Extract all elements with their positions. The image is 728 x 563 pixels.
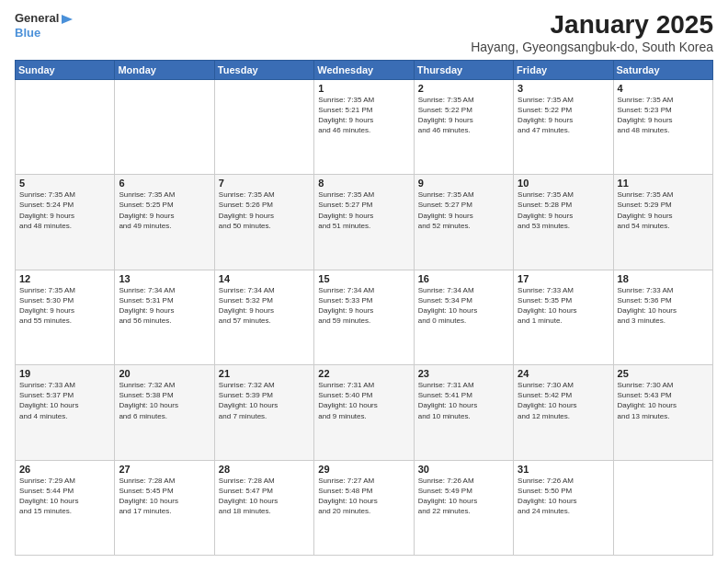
calendar-subtitle: Hayang, Gyeongsangbuk-do, South Korea (471, 40, 713, 54)
title-block: January 2025 Hayang, Gyeongsangbuk-do, S… (471, 11, 713, 54)
day-number: 5 (19, 178, 110, 189)
calendar-cell: 29Sunrise: 7:27 AM Sunset: 5:48 PM Dayli… (314, 460, 414, 555)
day-number: 17 (518, 273, 609, 284)
day-info: Sunrise: 7:32 AM Sunset: 5:39 PM Dayligh… (219, 380, 310, 421)
calendar-cell: 3Sunrise: 7:35 AM Sunset: 5:22 PM Daylig… (514, 79, 613, 174)
day-info: Sunrise: 7:35 AM Sunset: 5:22 PM Dayligh… (518, 95, 609, 136)
calendar-cell: 26Sunrise: 7:29 AM Sunset: 5:44 PM Dayli… (16, 460, 115, 555)
day-info: Sunrise: 7:35 AM Sunset: 5:30 PM Dayligh… (19, 285, 110, 327)
calendar-cell: 25Sunrise: 7:30 AM Sunset: 5:43 PM Dayli… (613, 365, 712, 460)
day-number: 16 (418, 273, 509, 284)
weekday-header-row: Sunday Monday Tuesday Wednesday Thursday… (16, 60, 713, 79)
week-row-3: 19Sunrise: 7:33 AM Sunset: 5:37 PM Dayli… (16, 365, 713, 460)
day-number: 28 (219, 464, 310, 475)
calendar-cell (115, 79, 214, 174)
day-number: 13 (119, 273, 210, 284)
day-number: 11 (618, 178, 709, 189)
calendar-cell: 15Sunrise: 7:34 AM Sunset: 5:33 PM Dayli… (314, 270, 414, 364)
day-info: Sunrise: 7:35 AM Sunset: 5:21 PM Dayligh… (318, 95, 409, 136)
day-info: Sunrise: 7:28 AM Sunset: 5:45 PM Dayligh… (119, 476, 210, 517)
day-number: 21 (219, 368, 310, 379)
day-info: Sunrise: 7:34 AM Sunset: 5:31 PM Dayligh… (119, 285, 210, 327)
day-info: Sunrise: 7:34 AM Sunset: 5:34 PM Dayligh… (418, 285, 509, 327)
header-monday: Monday (115, 60, 214, 79)
day-number: 10 (518, 178, 609, 189)
day-number: 29 (318, 464, 409, 475)
calendar-cell: 17Sunrise: 7:33 AM Sunset: 5:35 PM Dayli… (514, 270, 613, 364)
calendar-cell: 8Sunrise: 7:35 AM Sunset: 5:27 PM Daylig… (314, 175, 414, 270)
calendar-cell: 7Sunrise: 7:35 AM Sunset: 5:26 PM Daylig… (214, 175, 313, 270)
day-number: 31 (518, 464, 609, 475)
day-number: 18 (618, 273, 709, 284)
week-row-0: 1Sunrise: 7:35 AM Sunset: 5:21 PM Daylig… (16, 79, 713, 174)
day-info: Sunrise: 7:32 AM Sunset: 5:38 PM Dayligh… (119, 380, 210, 421)
day-number: 14 (219, 273, 310, 284)
header: General Blue January 2025 Hayang, Gyeong… (15, 11, 713, 54)
header-sunday: Sunday (16, 60, 115, 79)
day-number: 25 (618, 368, 709, 379)
day-number: 12 (19, 273, 110, 284)
day-info: Sunrise: 7:27 AM Sunset: 5:48 PM Dayligh… (318, 476, 409, 517)
calendar-cell: 4Sunrise: 7:35 AM Sunset: 5:23 PM Daylig… (613, 79, 712, 174)
day-info: Sunrise: 7:35 AM Sunset: 5:23 PM Dayligh… (618, 95, 709, 136)
calendar-cell: 31Sunrise: 7:26 AM Sunset: 5:50 PM Dayli… (514, 460, 613, 555)
calendar-cell: 27Sunrise: 7:28 AM Sunset: 5:45 PM Dayli… (115, 460, 214, 555)
day-info: Sunrise: 7:34 AM Sunset: 5:32 PM Dayligh… (219, 285, 310, 327)
week-row-2: 12Sunrise: 7:35 AM Sunset: 5:30 PM Dayli… (16, 270, 713, 364)
calendar-cell: 1Sunrise: 7:35 AM Sunset: 5:21 PM Daylig… (314, 79, 414, 174)
calendar-cell (16, 79, 115, 174)
logo-arrow-icon (60, 13, 73, 26)
logo: General Blue (15, 11, 74, 40)
day-number: 26 (19, 464, 110, 475)
day-info: Sunrise: 7:30 AM Sunset: 5:42 PM Dayligh… (518, 380, 609, 421)
day-number: 2 (418, 83, 509, 94)
calendar-cell: 30Sunrise: 7:26 AM Sunset: 5:49 PM Dayli… (414, 460, 513, 555)
calendar-cell: 13Sunrise: 7:34 AM Sunset: 5:31 PM Dayli… (115, 270, 214, 364)
calendar-cell: 16Sunrise: 7:34 AM Sunset: 5:34 PM Dayli… (414, 270, 513, 364)
day-number: 9 (418, 178, 509, 189)
day-number: 6 (119, 178, 210, 189)
day-number: 27 (119, 464, 210, 475)
calendar-cell: 5Sunrise: 7:35 AM Sunset: 5:24 PM Daylig… (16, 175, 115, 270)
day-number: 24 (518, 368, 609, 379)
day-number: 8 (318, 178, 409, 189)
svg-marker-0 (62, 15, 73, 24)
calendar-cell: 20Sunrise: 7:32 AM Sunset: 5:38 PM Dayli… (115, 365, 214, 460)
week-row-4: 26Sunrise: 7:29 AM Sunset: 5:44 PM Dayli… (16, 460, 713, 555)
logo-text: General Blue (15, 11, 74, 40)
calendar-cell: 2Sunrise: 7:35 AM Sunset: 5:22 PM Daylig… (414, 79, 513, 174)
day-info: Sunrise: 7:35 AM Sunset: 5:26 PM Dayligh… (219, 190, 310, 231)
day-info: Sunrise: 7:26 AM Sunset: 5:49 PM Dayligh… (418, 476, 509, 517)
day-info: Sunrise: 7:33 AM Sunset: 5:36 PM Dayligh… (618, 285, 709, 327)
calendar-table: Sunday Monday Tuesday Wednesday Thursday… (15, 60, 713, 556)
day-info: Sunrise: 7:35 AM Sunset: 5:27 PM Dayligh… (418, 190, 509, 231)
calendar-cell: 18Sunrise: 7:33 AM Sunset: 5:36 PM Dayli… (613, 270, 712, 364)
calendar-title: January 2025 (471, 11, 713, 40)
header-saturday: Saturday (613, 60, 712, 79)
day-number: 22 (318, 368, 409, 379)
header-friday: Friday (514, 60, 613, 79)
day-info: Sunrise: 7:35 AM Sunset: 5:25 PM Dayligh… (119, 190, 210, 231)
day-number: 19 (19, 368, 110, 379)
header-wednesday: Wednesday (314, 60, 414, 79)
day-number: 15 (318, 273, 409, 284)
day-number: 3 (518, 83, 609, 94)
calendar-cell: 22Sunrise: 7:31 AM Sunset: 5:40 PM Dayli… (314, 365, 414, 460)
day-info: Sunrise: 7:31 AM Sunset: 5:41 PM Dayligh… (418, 380, 509, 421)
day-info: Sunrise: 7:26 AM Sunset: 5:50 PM Dayligh… (518, 476, 609, 517)
day-info: Sunrise: 7:35 AM Sunset: 5:22 PM Dayligh… (418, 95, 509, 136)
day-number: 20 (119, 368, 210, 379)
header-thursday: Thursday (414, 60, 513, 79)
day-info: Sunrise: 7:33 AM Sunset: 5:35 PM Dayligh… (518, 285, 609, 327)
day-info: Sunrise: 7:35 AM Sunset: 5:29 PM Dayligh… (618, 190, 709, 231)
calendar-cell: 19Sunrise: 7:33 AM Sunset: 5:37 PM Dayli… (16, 365, 115, 460)
day-info: Sunrise: 7:35 AM Sunset: 5:24 PM Dayligh… (19, 190, 110, 231)
header-tuesday: Tuesday (214, 60, 313, 79)
day-info: Sunrise: 7:29 AM Sunset: 5:44 PM Dayligh… (19, 476, 110, 517)
calendar-cell: 6Sunrise: 7:35 AM Sunset: 5:25 PM Daylig… (115, 175, 214, 270)
day-info: Sunrise: 7:35 AM Sunset: 5:27 PM Dayligh… (318, 190, 409, 231)
calendar-cell: 9Sunrise: 7:35 AM Sunset: 5:27 PM Daylig… (414, 175, 513, 270)
calendar-cell (214, 79, 313, 174)
calendar-cell: 11Sunrise: 7:35 AM Sunset: 5:29 PM Dayli… (613, 175, 712, 270)
calendar-cell (613, 460, 712, 555)
